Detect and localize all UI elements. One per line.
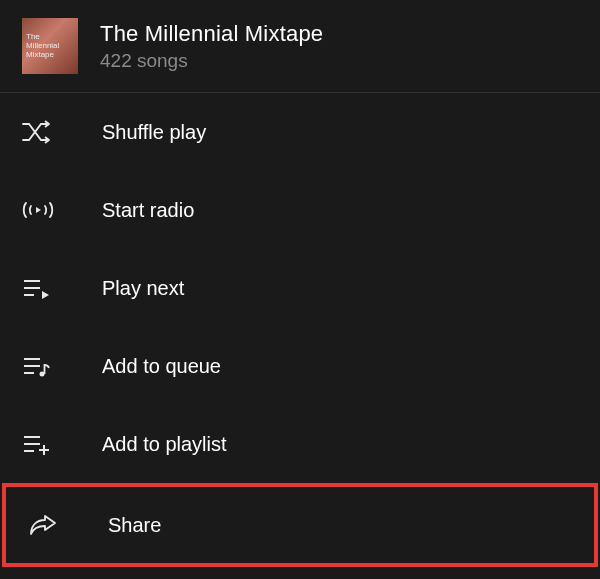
play-next-icon: [22, 277, 66, 299]
context-menu: Shuffle play Start radio Play next: [0, 93, 600, 567]
playlist-song-count: 422 songs: [100, 50, 323, 72]
share-label: Share: [108, 514, 161, 537]
radio-icon: [22, 198, 66, 222]
start-radio-label: Start radio: [102, 199, 194, 222]
shuffle-icon: [22, 119, 66, 145]
add-to-queue-item[interactable]: Add to queue: [0, 327, 600, 405]
playlist-header: The Millennial Mixtape The Millennial Mi…: [0, 0, 600, 93]
play-next-label: Play next: [102, 277, 184, 300]
queue-icon: [22, 355, 66, 377]
start-radio-item[interactable]: Start radio: [0, 171, 600, 249]
share-item[interactable]: Share: [2, 483, 598, 567]
album-art-thumbnail: The Millennial Mixtape: [22, 18, 78, 74]
playlist-add-icon: [22, 433, 66, 455]
add-to-playlist-label: Add to playlist: [102, 433, 227, 456]
share-icon: [28, 513, 72, 537]
play-next-item[interactable]: Play next: [0, 249, 600, 327]
album-art-overlay-text: The Millennial Mixtape: [26, 32, 59, 59]
shuffle-play-item[interactable]: Shuffle play: [0, 93, 600, 171]
playlist-title: The Millennial Mixtape: [100, 21, 323, 47]
shuffle-play-label: Shuffle play: [102, 121, 206, 144]
add-to-queue-label: Add to queue: [102, 355, 221, 378]
playlist-header-text: The Millennial Mixtape 422 songs: [100, 21, 323, 72]
add-to-playlist-item[interactable]: Add to playlist: [0, 405, 600, 483]
